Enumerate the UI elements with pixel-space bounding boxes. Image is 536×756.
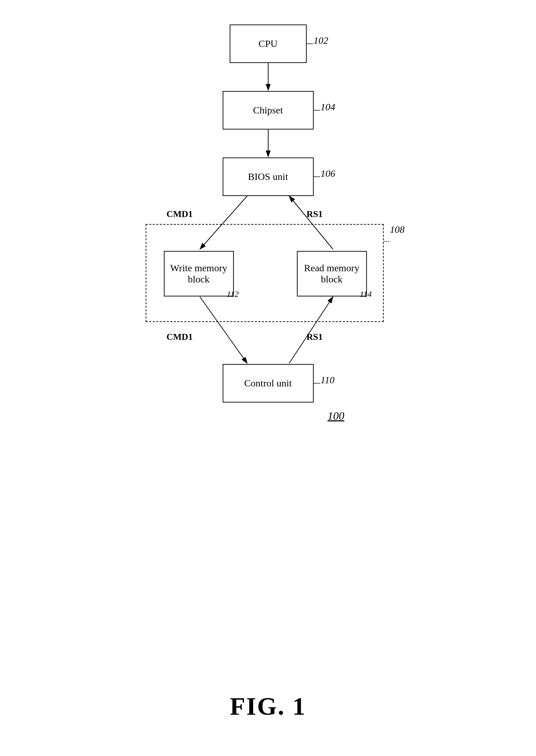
- control-unit-label: Control unit: [244, 378, 292, 389]
- bios-ref: 106: [321, 168, 335, 179]
- write-memory-ref: 112: [227, 289, 239, 299]
- container-108: Write memoryblock 112 Read memoryblock 1…: [146, 224, 384, 322]
- cmd1-bottom-label: CMD1: [167, 332, 193, 342]
- figure-label: FIG. 1: [230, 692, 306, 721]
- rs1-top-label: RS1: [307, 209, 323, 219]
- rs1-bottom-label: RS1: [307, 332, 323, 342]
- bios-block: BIOS unit: [223, 158, 314, 196]
- cmd1-top-label: CMD1: [167, 209, 193, 219]
- write-memory-block: Write memoryblock: [164, 251, 234, 296]
- bios-label: BIOS unit: [248, 171, 288, 182]
- cpu-ref: 102: [314, 35, 328, 46]
- cpu-block: CPU: [230, 24, 307, 63]
- chipset-block: Chipset: [223, 91, 314, 130]
- read-memory-label: Read memoryblock: [304, 262, 360, 285]
- read-memory-ref: 114: [360, 289, 372, 299]
- write-memory-label: Write memoryblock: [170, 262, 227, 285]
- cpu-label: CPU: [258, 38, 277, 49]
- container-ref: 108: [390, 224, 405, 235]
- read-memory-block: Read memoryblock: [297, 251, 367, 296]
- chipset-label: Chipset: [253, 105, 283, 116]
- control-ref: 110: [321, 374, 335, 386]
- control-unit-block: Control unit: [223, 364, 314, 402]
- chipset-ref: 104: [321, 102, 335, 113]
- main-ref: 100: [328, 410, 344, 422]
